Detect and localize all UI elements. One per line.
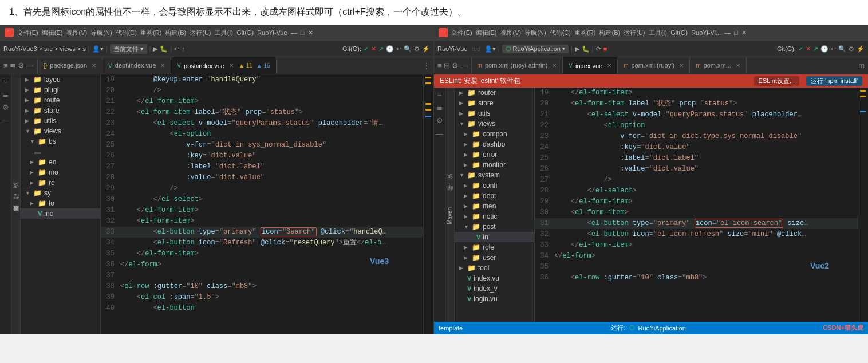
right-tree-dashbo[interactable]: ▶ 📁 dashbo [455, 139, 534, 149]
right-sidebar-icon-4[interactable]: — [436, 129, 443, 138]
tree-item-to[interactable]: ▶ 📁 to [21, 198, 100, 208]
right-bolt-icon[interactable]: ⚡ [857, 45, 865, 53]
left-user-icon[interactable]: 👤▾ [92, 45, 104, 53]
debug-icon[interactable]: 🐛 [160, 45, 168, 53]
right-user-icon[interactable]: 👤▾ [484, 45, 496, 53]
tree-item-views[interactable]: ▼ 📁 views [21, 126, 100, 136]
tree-item-plugin[interactable]: ▶ 📁 plugi [21, 85, 100, 95]
right-tree-men[interactable]: ▶ 📁 men [455, 201, 534, 211]
tree-item-layout[interactable]: ▶ 📁 layou [21, 74, 100, 85]
sidebar-icon-4[interactable]: — [2, 116, 9, 125]
right-tree-post[interactable]: ▼ 📁 post [455, 222, 534, 232]
left-tab-sidebar-icon4[interactable]: — [26, 61, 34, 70]
tab-pom-extra[interactable]: m pom.xm... ✕ [690, 57, 747, 74]
right-tree-tool[interactable]: ▶ 📁 tool [455, 263, 534, 273]
right-tree-system[interactable]: ▼ 📁 system [455, 170, 534, 180]
left-sidebar-strip: ≡ ≣ ⚙ — [0, 74, 11, 334]
right-git-cross[interactable]: ✕ [806, 45, 811, 53]
tab-right-index-vue-close[interactable]: ✕ [607, 62, 611, 69]
tree-item-store[interactable]: ▶ 📁 store [21, 105, 100, 116]
right-undo-icon[interactable]: ↩ [831, 45, 836, 53]
right-tree-login[interactable]: ▶ V login.vu [455, 294, 534, 304]
tab-post-close[interactable]: ✕ [229, 62, 234, 69]
left-tab-sidebar-icon2[interactable]: ≣ [10, 61, 16, 70]
tab-right-index-vue[interactable]: V index.vue ✕ [563, 57, 618, 74]
sidebar-icon-3[interactable]: ⚙ [2, 103, 9, 112]
run-icon[interactable]: ▶ [153, 45, 157, 53]
git-revert-icon[interactable]: ↩ [174, 45, 179, 53]
tab-pom-admin-close[interactable]: ✕ [552, 62, 557, 69]
tree-item-en[interactable]: ▶ 📁 en [21, 157, 100, 167]
right-tree-post-in[interactable]: ▶ V in [455, 232, 534, 242]
eslint-run-btn[interactable]: 运行 'npm install' [806, 76, 862, 86]
tab-pom-ruoyi-close[interactable]: ✕ [679, 62, 684, 69]
right-clock-icon[interactable]: 🕐 [820, 45, 828, 53]
git-arrow-icon[interactable]: ↗ [378, 45, 384, 53]
eslint-settings-btn[interactable]: ESLint设置... [754, 76, 800, 86]
right-settings-icon[interactable]: ⚙ [849, 45, 854, 53]
right-tree-utils[interactable]: ▶ 📁 utils [455, 108, 534, 119]
git-push-icon[interactable]: ↑ [182, 45, 185, 52]
right-debug-icon[interactable]: 🐛 [582, 45, 590, 53]
right-tree-monitor[interactable]: ▶ 📁 monitor [455, 160, 534, 170]
tree-item-route[interactable]: ▶ 📁 route [21, 95, 100, 105]
right-tree-views[interactable]: ▼ 📁 views [455, 119, 534, 129]
tab-dept-close[interactable]: ✕ [160, 62, 165, 69]
right-tree-index-vue[interactable]: ▶ V index.vu [455, 273, 534, 283]
undo-icon[interactable]: ↩ [396, 45, 401, 53]
clock-icon[interactable]: 🕐 [386, 45, 394, 53]
right-search-icon[interactable]: 🔍 [838, 45, 846, 53]
git-check-icon[interactable]: ✓ [364, 45, 369, 53]
right-run-icon[interactable]: ▶ [575, 45, 579, 53]
left-tab-sidebar-icon1[interactable]: ≡ [3, 61, 8, 70]
right-tree-store[interactable]: ▶ 📁 store [455, 98, 534, 108]
right-tree-dept[interactable]: ▶ 📁 dept [455, 191, 534, 201]
tree-item-inc[interactable]: ▶ V inc [21, 208, 100, 219]
tab-post-index[interactable]: V post\index.vue ✕ ▲ 11 ▲ 16 [171, 57, 276, 74]
bolt-icon[interactable]: ⚡ [422, 45, 430, 53]
right-tree-compon[interactable]: ▶ 📁 compon [455, 129, 534, 139]
left-tab-sidebar-icon3[interactable]: ⚙ [18, 61, 25, 70]
right-tab-sidebar-icon2[interactable]: ⊞ [444, 61, 450, 70]
git-cross-icon[interactable]: ✕ [371, 45, 376, 53]
tab-pom-extra-close[interactable]: ✕ [736, 62, 740, 69]
tree-item-utils[interactable]: ▶ 📁 utils [21, 116, 100, 126]
code-line-30: 30 </el-select> [101, 194, 423, 205]
right-git-check[interactable]: ✓ [798, 45, 803, 53]
tab-dept-index[interactable]: V dept\index.vue ✕ [102, 57, 171, 74]
tab-package-json[interactable]: {} package.json ✕ [38, 57, 103, 74]
right-tree-router[interactable]: ▶ 📁 router [455, 88, 534, 98]
tab-pom-ruoyi[interactable]: m pom.xml (ruoyi) ✕ [618, 57, 690, 74]
right-tree-error[interactable]: ▶ 📁 error [455, 149, 534, 160]
tree-item-bs[interactable]: ▼ 📁 bs [21, 136, 100, 147]
right-sidebar-icon-2[interactable]: ≣ [436, 103, 443, 112]
settings-icon[interactable]: ⚙ [414, 45, 420, 53]
right-refresh-icon[interactable]: ⟳ [596, 45, 601, 53]
tree-item-mo[interactable]: ▶ 📁 mo [21, 167, 100, 177]
right-file-icon-index-v: V [467, 285, 471, 292]
right-tree-confi[interactable]: ▶ 📁 confi [455, 180, 534, 191]
tree-item-sy[interactable]: ▼ 📁 sy [21, 188, 100, 198]
sidebar-icon-1[interactable]: ≡ [3, 77, 8, 85]
tree-item-re[interactable]: ▶ 📁 re [21, 177, 100, 188]
right-app-selector[interactable]: ⬡ RuoYiApplication ▾ [502, 45, 569, 53]
right-tree-notic[interactable]: ▶ 📁 notic [455, 211, 534, 222]
tab-pom-admin[interactable]: m pom.xml (ruoyi-admin) ✕ [472, 57, 563, 74]
right-git-arrow[interactable]: ↗ [813, 45, 818, 53]
right-sidebar-icon-1[interactable]: ≡ [437, 90, 442, 98]
right-tree-index-v[interactable]: ▶ V index_v [455, 283, 534, 294]
right-tree-user[interactable]: ▶ 📁 user [455, 252, 534, 263]
right-tab-more-icon[interactable]: m [855, 61, 868, 70]
right-stop-icon[interactable]: ■ [603, 45, 607, 52]
right-label-views: views [478, 120, 495, 128]
right-tree-role[interactable]: ▶ 📁 role [455, 242, 534, 252]
right-tab-sidebar-icon1[interactable]: ≡ [437, 61, 442, 70]
sidebar-icon-2[interactable]: ≣ [2, 90, 9, 98]
current-file-btn[interactable]: 当前文件 ▾ [110, 44, 147, 54]
right-tab-sidebar-icon4[interactable]: — [460, 61, 468, 70]
right-sidebar-icon-3[interactable]: ⚙ [436, 116, 443, 125]
right-tab-sidebar-icon3[interactable]: ⚙ [452, 61, 459, 70]
search-icon[interactable]: 🔍 [404, 45, 412, 53]
tab-package-json-close[interactable]: ✕ [92, 62, 96, 69]
tab-more-icon[interactable]: ⋮ [419, 61, 433, 70]
